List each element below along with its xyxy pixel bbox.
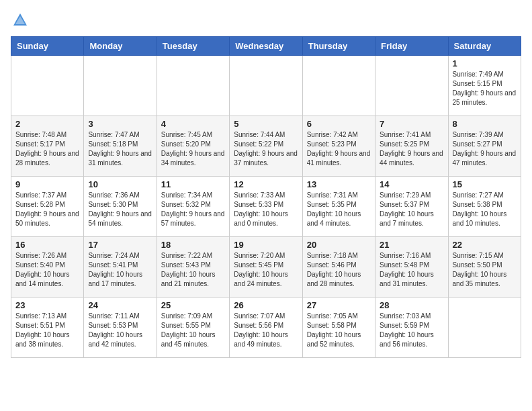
day-info: Sunrise: 7:29 AM Sunset: 5:37 PM Dayligh… [380,191,443,228]
calendar-cell: 1Sunrise: 7:49 AM Sunset: 5:15 PM Daylig… [448,56,521,116]
day-info: Sunrise: 7:34 AM Sunset: 5:32 PM Dayligh… [161,191,225,228]
day-number: 23 [15,300,79,310]
weekday-header: Monday [84,37,157,56]
day-number: 19 [234,240,298,250]
day-info: Sunrise: 7:48 AM Sunset: 5:17 PM Dayligh… [15,130,79,168]
calendar-table: SundayMondayTuesdayWednesdayThursdayFrid… [11,36,521,358]
calendar-cell: 21Sunrise: 7:16 AM Sunset: 5:48 PM Dayli… [375,237,448,298]
day-info: Sunrise: 7:11 AM Sunset: 5:53 PM Dayligh… [88,312,152,349]
day-info: Sunrise: 7:39 AM Sunset: 5:27 PM Dayligh… [453,130,517,168]
weekday-header: Wednesday [230,37,302,56]
calendar-cell [157,56,229,116]
calendar-cell [448,298,521,358]
calendar-cell: 3Sunrise: 7:47 AM Sunset: 5:18 PM Daylig… [84,116,157,177]
day-info: Sunrise: 7:05 AM Sunset: 5:58 PM Dayligh… [307,312,371,349]
calendar-cell [230,56,302,116]
calendar-cell: 22Sunrise: 7:15 AM Sunset: 5:50 PM Dayli… [448,237,521,298]
day-info: Sunrise: 7:26 AM Sunset: 5:40 PM Dayligh… [15,251,79,289]
calendar-cell: 25Sunrise: 7:09 AM Sunset: 5:55 PM Dayli… [157,298,229,358]
calendar-cell: 14Sunrise: 7:29 AM Sunset: 5:37 PM Dayli… [375,177,448,237]
day-info: Sunrise: 7:33 AM Sunset: 5:33 PM Dayligh… [234,191,298,228]
weekday-header: Thursday [302,37,375,56]
day-number: 6 [307,119,371,129]
day-info: Sunrise: 7:41 AM Sunset: 5:25 PM Dayligh… [380,130,443,168]
day-number: 2 [15,119,79,129]
calendar-cell: 15Sunrise: 7:27 AM Sunset: 5:38 PM Dayli… [448,177,521,237]
day-number: 8 [453,119,517,129]
calendar-cell [375,56,448,116]
calendar-cell: 10Sunrise: 7:36 AM Sunset: 5:30 PM Dayli… [84,177,157,237]
calendar-cell [84,56,157,116]
weekday-header: Sunday [11,37,84,56]
calendar-cell: 18Sunrise: 7:22 AM Sunset: 5:43 PM Dayli… [157,237,229,298]
day-number: 12 [234,179,298,189]
day-number: 14 [380,179,443,189]
day-info: Sunrise: 7:45 AM Sunset: 5:20 PM Dayligh… [161,130,225,168]
calendar-week-row: 1Sunrise: 7:49 AM Sunset: 5:15 PM Daylig… [11,56,521,116]
weekday-header: Saturday [448,37,521,56]
day-number: 22 [453,240,517,250]
day-info: Sunrise: 7:18 AM Sunset: 5:46 PM Dayligh… [307,251,371,289]
logo [11,11,31,30]
calendar-cell: 2Sunrise: 7:48 AM Sunset: 5:17 PM Daylig… [11,116,84,177]
day-info: Sunrise: 7:09 AM Sunset: 5:55 PM Dayligh… [161,312,225,349]
calendar-cell: 20Sunrise: 7:18 AM Sunset: 5:46 PM Dayli… [302,237,375,298]
day-number: 11 [161,179,225,189]
calendar-cell: 5Sunrise: 7:44 AM Sunset: 5:22 PM Daylig… [230,116,302,177]
day-number: 15 [453,179,517,189]
calendar-cell: 24Sunrise: 7:11 AM Sunset: 5:53 PM Dayli… [84,298,157,358]
calendar-cell: 26Sunrise: 7:07 AM Sunset: 5:56 PM Dayli… [230,298,302,358]
day-number: 13 [307,179,371,189]
day-info: Sunrise: 7:24 AM Sunset: 5:41 PM Dayligh… [88,251,152,289]
day-info: Sunrise: 7:20 AM Sunset: 5:45 PM Dayligh… [234,251,298,289]
day-number: 7 [380,119,443,129]
day-number: 5 [234,119,298,129]
day-info: Sunrise: 7:15 AM Sunset: 5:50 PM Dayligh… [453,251,517,289]
day-number: 27 [307,300,371,310]
calendar-cell [302,56,375,116]
day-number: 16 [15,240,79,250]
day-number: 26 [234,300,298,310]
weekday-header: Tuesday [157,37,229,56]
day-info: Sunrise: 7:49 AM Sunset: 5:15 PM Dayligh… [453,70,517,107]
calendar-cell: 27Sunrise: 7:05 AM Sunset: 5:58 PM Dayli… [302,298,375,358]
day-info: Sunrise: 7:47 AM Sunset: 5:18 PM Dayligh… [88,130,152,168]
day-info: Sunrise: 7:22 AM Sunset: 5:43 PM Dayligh… [161,251,225,289]
calendar-cell: 12Sunrise: 7:33 AM Sunset: 5:33 PM Dayli… [230,177,302,237]
calendar-week-row: 2Sunrise: 7:48 AM Sunset: 5:17 PM Daylig… [11,116,521,177]
calendar-cell: 28Sunrise: 7:03 AM Sunset: 5:59 PM Dayli… [375,298,448,358]
day-number: 21 [380,240,443,250]
calendar-cell: 6Sunrise: 7:42 AM Sunset: 5:23 PM Daylig… [302,116,375,177]
day-number: 18 [161,240,225,250]
day-number: 25 [161,300,225,310]
calendar-cell: 19Sunrise: 7:20 AM Sunset: 5:45 PM Dayli… [230,237,302,298]
day-info: Sunrise: 7:16 AM Sunset: 5:48 PM Dayligh… [380,251,443,289]
day-number: 10 [88,179,152,189]
calendar-cell: 11Sunrise: 7:34 AM Sunset: 5:32 PM Dayli… [157,177,229,237]
calendar-cell [11,56,84,116]
logo-icon [11,11,30,30]
day-info: Sunrise: 7:31 AM Sunset: 5:35 PM Dayligh… [307,191,371,228]
day-info: Sunrise: 7:13 AM Sunset: 5:51 PM Dayligh… [15,312,79,349]
calendar-header-row: SundayMondayTuesdayWednesdayThursdayFrid… [11,37,521,56]
day-info: Sunrise: 7:37 AM Sunset: 5:28 PM Dayligh… [15,191,79,228]
day-number: 20 [307,240,371,250]
day-info: Sunrise: 7:36 AM Sunset: 5:30 PM Dayligh… [88,191,152,228]
day-number: 28 [380,300,443,310]
day-number: 9 [15,179,79,189]
calendar-cell: 4Sunrise: 7:45 AM Sunset: 5:20 PM Daylig… [157,116,229,177]
day-info: Sunrise: 7:03 AM Sunset: 5:59 PM Dayligh… [380,312,443,349]
calendar-cell: 23Sunrise: 7:13 AM Sunset: 5:51 PM Dayli… [11,298,84,358]
day-info: Sunrise: 7:42 AM Sunset: 5:23 PM Dayligh… [307,130,371,168]
calendar-week-row: 16Sunrise: 7:26 AM Sunset: 5:40 PM Dayli… [11,237,521,298]
calendar-week-row: 23Sunrise: 7:13 AM Sunset: 5:51 PM Dayli… [11,298,521,358]
day-number: 3 [88,119,152,129]
calendar-week-row: 9Sunrise: 7:37 AM Sunset: 5:28 PM Daylig… [11,177,521,237]
weekday-header: Friday [375,37,448,56]
calendar-cell: 9Sunrise: 7:37 AM Sunset: 5:28 PM Daylig… [11,177,84,237]
day-number: 24 [88,300,152,310]
day-number: 4 [161,119,225,129]
calendar-cell: 8Sunrise: 7:39 AM Sunset: 5:27 PM Daylig… [448,116,521,177]
calendar-cell: 17Sunrise: 7:24 AM Sunset: 5:41 PM Dayli… [84,237,157,298]
day-number: 17 [88,240,152,250]
